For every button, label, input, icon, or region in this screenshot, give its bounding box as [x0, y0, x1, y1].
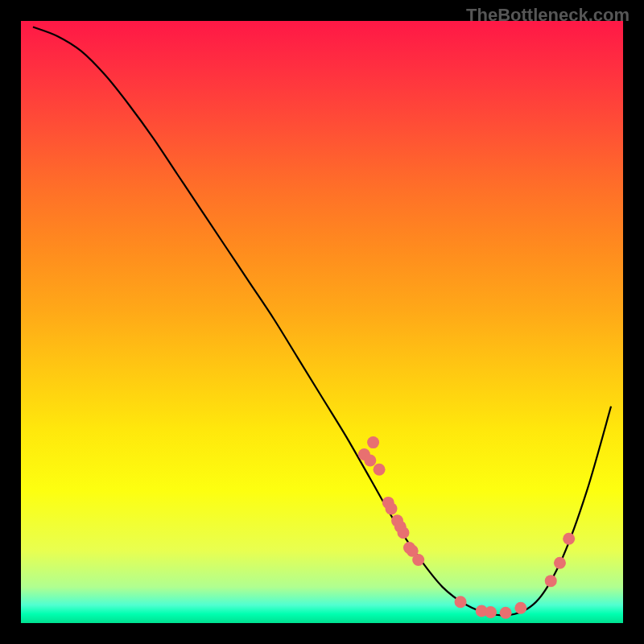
chart-scatter-point: [374, 464, 386, 476]
chart-scatter-point: [554, 557, 566, 569]
watermark-text: TheBottleneck.com: [466, 5, 630, 26]
chart-scatter-point: [514, 602, 526, 614]
chart-scatter-point: [367, 436, 379, 448]
chart-overlay-svg: [21, 21, 623, 623]
chart-curve: [33, 27, 611, 615]
chart-scatter-point: [397, 526, 409, 539]
chart-scatter-point: [412, 554, 424, 566]
chart-scatter-point: [563, 533, 575, 545]
chart-scatter-point: [364, 455, 376, 467]
chart-scatter-point: [386, 502, 398, 514]
chart-scatter-group: [358, 436, 575, 619]
chart-scatter-point: [455, 596, 467, 608]
chart-scatter-point: [500, 607, 512, 619]
chart-plot-area: [21, 21, 623, 623]
chart-scatter-point: [545, 575, 557, 587]
chart-scatter-point: [485, 606, 497, 618]
